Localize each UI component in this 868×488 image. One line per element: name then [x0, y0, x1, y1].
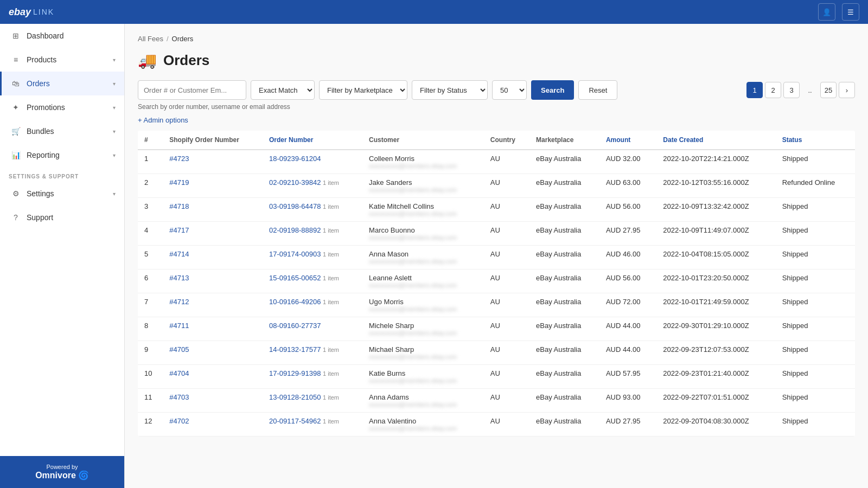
table-row: 10 #4704 17-09129-91398 1 item Katie Bur…	[138, 365, 855, 389]
cell-shopify: #4718	[163, 198, 263, 222]
cell-amount: AUD 57.95	[599, 365, 656, 389]
sidebar-item-reporting[interactable]: 📊 Reporting ▾	[0, 143, 124, 167]
shopify-order-link[interactable]: #4702	[169, 417, 189, 425]
cell-amount: AUD 44.00	[599, 317, 656, 341]
customer-email: xxxxxxxxxx@members.ebay.com	[369, 330, 477, 336]
cell-order: 17-09174-00903 1 item	[263, 246, 362, 269]
cell-country: AU	[484, 389, 529, 413]
sidebar-item-promotions[interactable]: ✦ Promotions ▾	[0, 95, 124, 119]
search-input[interactable]	[138, 80, 246, 100]
reset-button[interactable]: Reset	[578, 80, 617, 100]
support-icon: ?	[10, 212, 21, 223]
order-number-link[interactable]: 17-09174-00903	[269, 250, 321, 258]
page-btn-3[interactable]: 3	[783, 82, 800, 98]
order-number-link[interactable]: 08-09160-27737	[269, 322, 321, 330]
shopify-order-link[interactable]: #4712	[169, 298, 189, 306]
table-row: 7 #4712 10-09166-49206 1 item Ugo Morris…	[138, 293, 855, 317]
filters-row: Exact Match Partial Match Filter by Mark…	[138, 80, 855, 100]
admin-options-link[interactable]: + Admin options	[138, 116, 855, 124]
page-btn-1[interactable]: 1	[746, 82, 763, 98]
breadcrumb-current: Orders	[172, 35, 194, 43]
cell-shopify: #4711	[163, 317, 263, 341]
cell-num: 4	[138, 222, 163, 246]
sidebar-item-dashboard[interactable]: ⊞ Dashboard	[0, 24, 124, 48]
powered-by-label: Powered by	[8, 464, 117, 470]
order-number-link[interactable]: 03-09198-64478	[269, 202, 321, 210]
shopify-order-link[interactable]: #4711	[169, 322, 189, 330]
order-number-link[interactable]: 10-09166-49206	[269, 298, 321, 306]
status-select[interactable]: Filter by Status Shipped Refunded Online…	[412, 80, 488, 100]
cell-status: Shipped	[776, 317, 855, 341]
shopify-order-link[interactable]: #4705	[169, 345, 189, 354]
customer-email: xxxxxxxxxx@members.ebay.com	[369, 163, 477, 169]
cell-order: 03-09198-64478 1 item	[263, 198, 362, 222]
sidebar-item-reporting-label: Reporting	[27, 151, 113, 159]
match-select[interactable]: Exact Match Partial Match	[251, 80, 315, 100]
cell-customer: Anna Mason xxxxxxxxxx@members.ebay.com	[362, 246, 484, 269]
cell-amount: AUD 27.95	[599, 413, 656, 436]
page-next-btn[interactable]: ›	[839, 82, 855, 98]
shopify-order-link[interactable]: #4717	[169, 226, 189, 234]
order-number-link[interactable]: 02-09210-39842	[269, 178, 321, 187]
shopify-order-link[interactable]: #4723	[169, 155, 189, 163]
cell-date: 2022-09-20T04:08:30.000Z	[656, 413, 775, 436]
user-icon[interactable]: 👤	[818, 3, 835, 21]
table-row: 4 #4717 02-09198-88892 1 item Marco Buon…	[138, 222, 855, 246]
cell-shopify: #4703	[163, 389, 263, 413]
sidebar-item-products[interactable]: ≡ Products ▾	[0, 48, 124, 72]
page-btn-2[interactable]: 2	[765, 82, 781, 98]
order-number-link[interactable]: 20-09117-54962	[269, 417, 321, 425]
cell-num: 2	[138, 174, 163, 198]
order-number-link[interactable]: 13-09128-21050	[269, 393, 321, 401]
customer-email: xxxxxxxxxx@members.ebay.com	[369, 377, 477, 384]
sidebar-item-bundles[interactable]: 🛒 Bundles ▾	[0, 119, 124, 143]
sidebar-item-support[interactable]: ? Support	[0, 206, 124, 229]
order-number-link[interactable]: 15-09165-00652	[269, 274, 321, 282]
cell-shopify: #4702	[163, 413, 263, 436]
logo: ebay LINK	[9, 7, 54, 18]
table-row: 2 #4719 02-09210-39842 1 item Jake Sande…	[138, 174, 855, 198]
cell-date: 2022-10-01T21:49:59.000Z	[656, 293, 775, 317]
cell-status: Shipped	[776, 365, 855, 389]
shopify-order-link[interactable]: #4714	[169, 250, 189, 258]
cell-num: 3	[138, 198, 163, 222]
per-page-select[interactable]: 10 25 50 100	[492, 80, 527, 100]
cell-shopify: #4714	[163, 246, 263, 269]
marketplace-select[interactable]: Filter by Marketplace eBay Australia eBa…	[319, 80, 407, 100]
order-number-link[interactable]: 18-09239-61204	[269, 155, 321, 163]
col-status: Status	[776, 131, 855, 150]
customer-email: xxxxxxxxxx@members.ebay.com	[369, 210, 477, 217]
order-number-link[interactable]: 14-09132-17577	[269, 345, 321, 354]
cell-marketplace: eBay Australia	[529, 341, 599, 365]
cell-date: 2022-09-23T01:21:40.000Z	[656, 365, 775, 389]
sidebar-item-settings[interactable]: ⚙ Settings ▾	[0, 182, 124, 206]
menu-icon[interactable]: ☰	[842, 3, 859, 21]
order-number-link[interactable]: 02-09198-88892	[269, 226, 321, 234]
cell-order: 13-09128-21050 1 item	[263, 389, 362, 413]
sidebar-item-orders[interactable]: 🛍 Orders ▾	[0, 72, 124, 95]
cell-status: Shipped	[776, 222, 855, 246]
shopify-order-link[interactable]: #4719	[169, 178, 189, 187]
cell-customer: Anna Adams xxxxxxxxxx@members.ebay.com	[362, 389, 484, 413]
shopify-order-link[interactable]: #4713	[169, 274, 189, 282]
customer-name: Michael Sharp	[369, 345, 477, 354]
cell-marketplace: eBay Australia	[529, 365, 599, 389]
cell-customer: Ugo Morris xxxxxxxxxx@members.ebay.com	[362, 293, 484, 317]
cell-date: 2022-10-12T03:55:16.000Z	[656, 174, 775, 198]
shopify-order-link[interactable]: #4703	[169, 393, 189, 401]
cell-customer: Marco Buonno xxxxxxxxxx@members.ebay.com	[362, 222, 484, 246]
shopify-order-link[interactable]: #4704	[169, 369, 189, 377]
cell-status: Shipped	[776, 293, 855, 317]
breadcrumb-parent[interactable]: All Fees	[138, 35, 163, 43]
settings-section-label: SETTINGS & SUPPORT	[0, 167, 124, 182]
shopify-order-link[interactable]: #4718	[169, 202, 189, 210]
sidebar-item-products-label: Products	[27, 55, 113, 64]
col-marketplace: Marketplace	[529, 131, 599, 150]
search-button[interactable]: Search	[531, 80, 574, 100]
customer-email: xxxxxxxxxx@members.ebay.com	[369, 234, 477, 241]
cell-date: 2022-09-23T12:07:53.000Z	[656, 341, 775, 365]
page-btn-25[interactable]: 25	[820, 82, 837, 98]
bundles-icon: 🛒	[10, 126, 21, 137]
sidebar-item-promotions-label: Promotions	[27, 103, 113, 112]
order-number-link[interactable]: 17-09129-91398	[269, 369, 321, 377]
